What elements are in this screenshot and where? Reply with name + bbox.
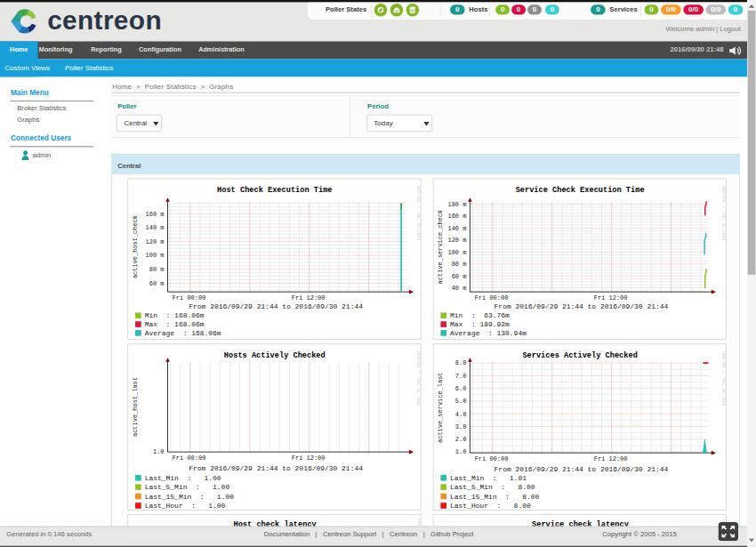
svg-text:RRDTOOL / TOBI OETIKER: RRDTOOL / TOBI OETIKER <box>416 186 421 240</box>
svg-text:8.0: 8.0 <box>455 359 467 366</box>
svg-text:Fri 00:00: Fri 00:00 <box>475 455 509 463</box>
svg-text:Average : 130.94m: Average : 130.94m <box>450 329 527 337</box>
svg-text:Last_15_Min : 1.00: Last_15_Min : 1.00 <box>145 493 234 501</box>
svg-text:Fri 12:00: Fri 12:00 <box>594 455 628 463</box>
svg-text:active_service_check: active_service_check <box>437 210 444 285</box>
svg-text:Fri 00:00: Fri 00:00 <box>475 294 509 302</box>
svg-text:7.0: 7.0 <box>455 373 467 380</box>
svg-text:120 m: 120 m <box>146 238 165 245</box>
svg-text:Last_5_Min : 8.00: Last_5_Min : 8.00 <box>450 483 535 491</box>
svg-text:From 2016/09/29 21:44 to 2016/: From 2016/09/29 21:44 to 2016/09/30 21:4… <box>189 302 363 310</box>
svg-text:4.0: 4.0 <box>455 411 467 418</box>
svg-text:Last_5_Min : 1.00: Last_5_Min : 1.00 <box>145 483 230 491</box>
svg-text:From 2016/09/29 21:44 to 2016/: From 2016/09/29 21:44 to 2016/09/30 21:4… <box>189 464 363 472</box>
svg-text:6.0: 6.0 <box>455 385 467 392</box>
svg-text:Last_Hour : 8.00: Last_Hour : 8.00 <box>450 502 531 509</box>
svg-text:Fri 00:00: Fri 00:00 <box>173 454 206 462</box>
svg-text:1.0: 1.0 <box>153 448 165 455</box>
svg-text:Last_Hour : 1.00: Last_Hour : 1.00 <box>145 502 226 509</box>
svg-text:From 2016/09/29 21:44 to 2016/: From 2016/09/29 21:44 to 2016/09/30 21:4… <box>495 465 669 473</box>
svg-text:Services Actively Checked: Services Actively Checked <box>522 351 637 360</box>
svg-text:Average : 168.06m: Average : 168.06m <box>145 329 221 337</box>
svg-text:80 m: 80 m <box>149 266 165 273</box>
svg-text:100 m: 100 m <box>447 249 466 256</box>
svg-text:Fri 00:00: Fri 00:00 <box>173 294 206 302</box>
svg-text:160 m: 160 m <box>447 213 466 220</box>
svg-text:160 m: 160 m <box>146 211 165 218</box>
svg-text:Last_Min : 1.01: Last_Min : 1.01 <box>450 474 527 482</box>
svg-text:1.0: 1.0 <box>455 448 467 455</box>
svg-text:Hosts Actively Checked: Hosts Actively Checked <box>224 351 326 360</box>
svg-text:60 m: 60 m <box>452 273 467 280</box>
svg-text:3.0: 3.0 <box>455 423 467 430</box>
svg-text:5.0: 5.0 <box>455 398 467 405</box>
svg-text:RRDTOOL / TOBI OETIKER: RRDTOOL / TOBI OETIKER <box>416 351 421 406</box>
svg-text:180 m: 180 m <box>447 201 466 208</box>
svg-text:Min : 63.76m: Min : 63.76m <box>450 311 510 319</box>
svg-text:40 m: 40 m <box>452 285 467 292</box>
svg-text:active_host_last: active_host_last <box>132 377 139 437</box>
svg-text:Fri 12:00: Fri 12:00 <box>292 454 326 462</box>
svg-text:active_host_check: active_host_check <box>132 215 139 278</box>
svg-text:Max : 168.06m: Max : 168.06m <box>145 320 205 328</box>
svg-text:active_service_last: active_service_last <box>437 372 444 442</box>
svg-text:Fri 12:00: Fri 12:00 <box>292 294 326 302</box>
svg-text:Fri 12:00: Fri 12:00 <box>594 294 628 302</box>
svg-text:120 m: 120 m <box>447 237 466 244</box>
svg-text:Last_15_Min : 8.00: Last_15_Min : 8.00 <box>450 493 539 501</box>
svg-text:Max : 189.92m: Max : 189.92m <box>450 320 510 328</box>
svg-text:60 m: 60 m <box>149 280 165 287</box>
svg-text:2.0: 2.0 <box>455 436 467 443</box>
svg-text:140 m: 140 m <box>146 224 165 231</box>
svg-text:80 m: 80 m <box>452 261 467 268</box>
svg-text:From 2016/09/29 21:44 to 2016/: From 2016/09/29 21:44 to 2016/09/30 21:4… <box>495 302 669 310</box>
svg-text:Service Check Execution Time: Service Check Execution Time <box>516 186 645 195</box>
svg-text:Min : 168.06m: Min : 168.06m <box>145 311 205 319</box>
svg-text:140 m: 140 m <box>447 225 466 232</box>
svg-text:100 m: 100 m <box>146 252 165 259</box>
svg-text:Last_Min : 1.00: Last_Min : 1.00 <box>145 474 221 482</box>
svg-text:Host Check Execution Time: Host Check Execution Time <box>217 186 332 195</box>
svg-text:RRDTOOL / TOBI OETIKER: RRDTOOL / TOBI OETIKER <box>721 186 726 240</box>
svg-text:RRDTOOL / TOBI OETIKER: RRDTOOL / TOBI OETIKER <box>721 351 726 406</box>
